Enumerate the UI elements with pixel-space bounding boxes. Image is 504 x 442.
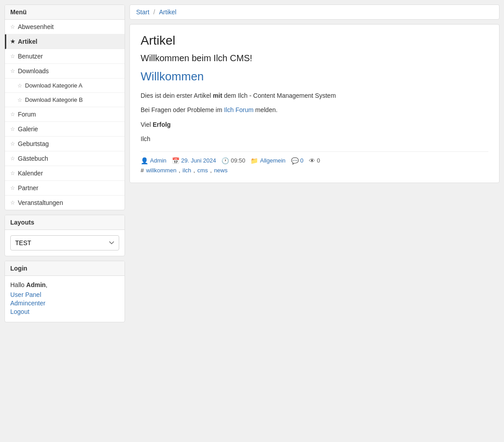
star-icon: ☆ [10, 53, 15, 59]
star-icon: ☆ [17, 83, 22, 89]
menu-item: ☆Download Kategorie B [5, 93, 125, 107]
category-link[interactable]: Allgemein [260, 157, 285, 164]
eye-icon: 👁 [309, 157, 315, 164]
login-link[interactable]: User Panel [10, 291, 119, 298]
menu-item-link[interactable]: ☆Abwesenheit [5, 20, 125, 34]
meta-date: 📅 29. Juni 2024 [172, 157, 216, 164]
tags-hash: # [141, 167, 144, 174]
layouts-title: Layouts [5, 215, 125, 230]
menu-item-label: Forum [18, 111, 36, 118]
login-link[interactable]: Logout [10, 308, 119, 315]
menu-item-link[interactable]: ☆Download Kategorie A [5, 79, 125, 92]
article-sign-name: Ilch [141, 134, 488, 144]
tags-row: #willkommen,ilch,cms,news [141, 167, 488, 174]
tag-link[interactable]: cms [197, 167, 208, 174]
menu-item: ☆Partner [5, 181, 125, 196]
menu-item-label: Artikel [18, 38, 37, 45]
meta-category: 📁 Allgemein [250, 157, 285, 164]
article-page-title: Artikel [141, 33, 488, 48]
star-icon: ☆ [10, 170, 15, 176]
meta-time: 🕐 09:50 [221, 157, 246, 164]
body-text-1: Dies ist dein erster Artikel [141, 92, 213, 99]
menu-item: ☆Benutzer [5, 49, 125, 64]
menu-item-link[interactable]: ☆Download Kategorie B [5, 93, 125, 107]
menu-item-link[interactable]: ☆Gästebuch [5, 151, 125, 166]
menu-item-label: Abwesenheit [18, 23, 54, 30]
article-body-line2: Bei Fragen oder Probleme im Ilch Forum m… [141, 105, 488, 115]
article-subtitle: Willkommen beim Ilch CMS! [141, 53, 488, 63]
meta-views: 👁 0 [309, 157, 320, 164]
menu-item-label: Download Kategorie A [25, 82, 83, 89]
login-content: Hallo Admin, User PanelAdmincenterLogout [5, 276, 125, 322]
tag-link[interactable]: ilch [183, 167, 192, 174]
menu-item: ☆Forum [5, 107, 125, 122]
login-title: Login [5, 261, 125, 276]
login-username: Admin [26, 281, 46, 288]
star-icon: ☆ [17, 97, 22, 103]
sign-viel: Viel [141, 121, 153, 128]
menu-item-link[interactable]: ☆Veranstaltungen [5, 196, 125, 210]
menu-item-link[interactable]: ☆Downloads [5, 64, 125, 78]
star-icon: ★ [10, 38, 15, 45]
comments-link[interactable]: 0 [300, 157, 304, 164]
date-link[interactable]: 29. Juni 2024 [181, 157, 216, 164]
menu-item-label: Veranstaltungen [18, 199, 63, 206]
article-title-link[interactable]: Willkommen [141, 70, 488, 83]
login-links: User PanelAdmincenterLogout [10, 291, 119, 315]
menu-item-link[interactable]: ☆Galerie [5, 122, 125, 136]
menu-item-label: Download Kategorie B [25, 96, 83, 103]
main-content: Start / Artikel Artikel Willkommen beim … [129, 4, 500, 183]
body-text-2: dem Ilch - Content Management System [222, 92, 336, 99]
layouts-box: Layouts TEST [4, 215, 125, 256]
forum-link[interactable]: Ilch Forum [224, 106, 254, 113]
star-icon: ☆ [10, 155, 15, 162]
menu-item: ☆Abwesenheit [5, 20, 125, 34]
menu-item-link[interactable]: ☆Benutzer [5, 49, 125, 63]
star-icon: ☆ [10, 24, 15, 30]
breadcrumb-link[interactable]: Artikel [159, 8, 176, 16]
body-prefix: Bei Fragen oder Probleme im [141, 106, 224, 113]
login-link[interactable]: Admincenter [10, 300, 119, 307]
tag-link[interactable]: news [214, 167, 227, 174]
layout-select[interactable]: TEST [10, 235, 119, 250]
menu-list: ☆Abwesenheit★Artikel☆Benutzer☆Downloads☆… [5, 20, 125, 210]
menu-item-link[interactable]: ☆Geburtstag [5, 137, 125, 151]
menu-item-link[interactable]: ★Artikel [6, 34, 125, 49]
menu-item: ☆Downloads [5, 64, 125, 79]
sign-erfolg: Erfolg [153, 121, 171, 128]
breadcrumb-link[interactable]: Start [136, 8, 150, 16]
menu-item: ☆Download Kategorie A [5, 79, 125, 93]
tag-link[interactable]: willkommen [146, 167, 176, 174]
menu-item: ☆Gästebuch [5, 151, 125, 166]
article-signoff: Viel Erfolg [141, 120, 488, 129]
menu-item-link[interactable]: ☆Partner [5, 181, 125, 195]
menu-item-link[interactable]: ☆Kalender [5, 166, 125, 180]
tag-separator: , [179, 167, 180, 174]
article-meta: 👤 Admin 📅 29. Juni 2024 🕐 09:50 📁 Allgem… [141, 151, 488, 174]
menu-item-label: Kalender [18, 170, 43, 177]
sidebar: Menü ☆Abwesenheit★Artikel☆Benutzer☆Downl… [4, 4, 125, 322]
author-link[interactable]: Admin [150, 157, 167, 164]
clock-icon: 🕐 [221, 157, 229, 164]
menu-item: ☆Veranstaltungen [5, 196, 125, 210]
menu-item-link[interactable]: ☆Forum [5, 107, 125, 121]
article-meta-row: 👤 Admin 📅 29. Juni 2024 🕐 09:50 📁 Allgem… [141, 157, 488, 164]
star-icon: ☆ [10, 200, 15, 206]
time-value: 09:50 [231, 157, 246, 164]
star-icon: ☆ [10, 185, 15, 191]
breadcrumb: Start / Artikel [129, 4, 500, 20]
folder-icon: 📁 [250, 157, 258, 164]
article-box: Artikel Willkommen beim Ilch CMS! Willko… [129, 24, 500, 183]
body-bold: mit [213, 92, 222, 99]
tag-separator: , [193, 167, 195, 174]
menu-item: ☆Kalender [5, 166, 125, 181]
menu-item: ★Artikel [5, 34, 125, 49]
menu-item: ☆Geburtstag [5, 137, 125, 151]
meta-author: 👤 Admin [141, 157, 167, 164]
login-box: Login Hallo Admin, User PanelAdmincenter… [4, 261, 125, 322]
star-icon: ☆ [10, 68, 15, 74]
comment-icon: 💬 [291, 157, 299, 164]
layouts-content: TEST [5, 230, 125, 256]
greeting-suffix: , [46, 281, 47, 288]
tag-separator: , [210, 167, 212, 174]
